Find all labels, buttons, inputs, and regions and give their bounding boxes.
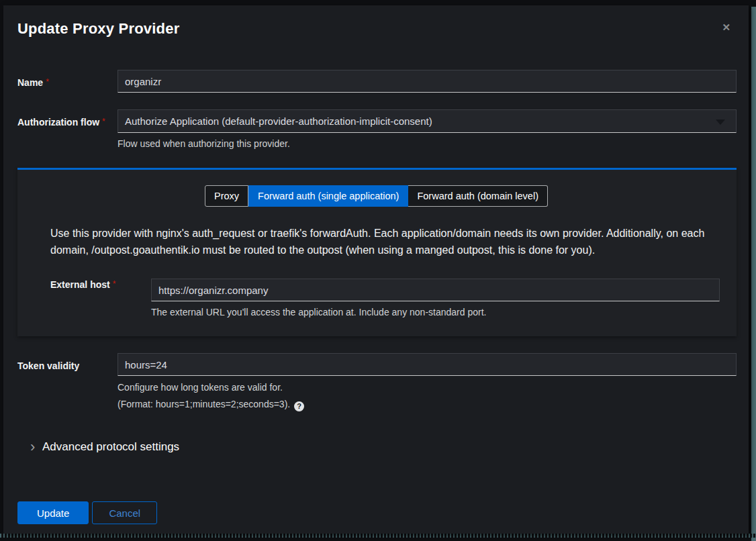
external-host-help: The external URL you'll access the appli… (151, 307, 720, 318)
required-asterisk: * (113, 279, 116, 289)
update-proxy-provider-modal: Update Proxy Provider ✕ Name* Authorizat… (3, 5, 749, 534)
external-host-field-cell: The external URL you'll access the appli… (151, 279, 720, 318)
modal-footer: Update Cancel (17, 501, 737, 524)
authorization-flow-help: Flow used when authorizing this provider… (117, 138, 737, 150)
token-validity-field-cell: Configure how long tokens are valid for.… (117, 353, 737, 411)
external-host-label: External host (50, 279, 110, 290)
authorization-flow-row: Authorization flow* Authorize Applicatio… (17, 109, 737, 150)
advanced-protocol-settings-toggle[interactable]: › Advanced protocol settings (17, 440, 737, 454)
advanced-protocol-settings-label: Advanced protocol settings (42, 440, 179, 454)
backdrop-bottom-edge (0, 534, 756, 538)
mode-description: Use this provider with nginx's auth_requ… (50, 225, 718, 258)
token-validity-format-text: (Format: hours=1;minutes=2;seconds=3). (117, 399, 290, 409)
external-host-row: External host* The external URL you'll a… (50, 279, 720, 318)
mode-tab-proxy[interactable]: Proxy (205, 185, 248, 207)
name-field-cell (117, 70, 737, 93)
authorization-flow-field-cell: Authorize Application (default-provider-… (117, 109, 737, 150)
external-host-input[interactable] (151, 279, 720, 301)
provider-form: Name* Authorization flow* Authorize Appl… (17, 70, 737, 524)
external-host-label-cell: External host* (50, 279, 151, 318)
authorization-flow-selected-value: Authorize Application (default-provider-… (125, 115, 432, 127)
token-validity-help-line2: (Format: hours=1;minutes=2;seconds=3).? (117, 399, 737, 411)
close-icon[interactable]: ✕ (722, 21, 730, 34)
authorization-flow-label-cell: Authorization flow* (17, 109, 117, 150)
proxy-mode-card: Proxy Forward auth (single application) … (17, 168, 737, 336)
name-input[interactable] (117, 70, 737, 93)
token-validity-input[interactable] (117, 353, 737, 376)
name-label-cell: Name* (17, 70, 117, 93)
token-validity-help: Configure how long tokens are valid for.… (117, 382, 737, 411)
token-validity-label-cell: Token validity (17, 353, 117, 411)
required-asterisk: * (46, 77, 49, 87)
modal-title: Update Proxy Provider (17, 20, 737, 38)
mode-tab-forward-auth-domain[interactable]: Forward auth (domain level) (408, 185, 548, 207)
token-validity-row: Token validity Configure how long tokens… (17, 353, 737, 411)
mode-tab-forward-auth-single[interactable]: Forward auth (single application) (248, 185, 408, 207)
name-row: Name* (17, 70, 737, 93)
token-validity-help-line1: Configure how long tokens are valid for. (117, 382, 737, 393)
cancel-button[interactable]: Cancel (92, 501, 157, 524)
update-button[interactable]: Update (17, 501, 89, 524)
chevron-down-icon (716, 119, 725, 125)
authorization-flow-select[interactable]: Authorize Application (default-provider-… (117, 109, 737, 133)
token-validity-label: Token validity (17, 360, 79, 371)
help-question-icon[interactable]: ? (294, 401, 304, 411)
authorization-flow-label: Authorization flow (17, 117, 99, 128)
name-label: Name (17, 77, 43, 88)
proxy-mode-toggle-group: Proxy Forward auth (single application) … (33, 185, 720, 207)
backdrop-right-edge (751, 7, 756, 541)
required-asterisk: * (102, 117, 105, 126)
modal-header: Update Proxy Provider ✕ (17, 20, 737, 38)
chevron-right-icon: › (17, 441, 36, 453)
